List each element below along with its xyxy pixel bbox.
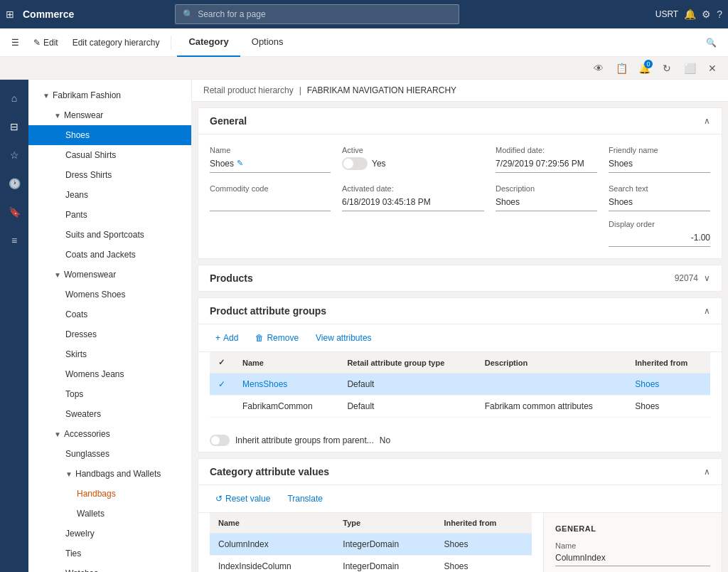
cat-attr-toolbar: ↺ Reset value Translate xyxy=(198,485,722,513)
inherit-toggle-switch[interactable] xyxy=(210,435,230,446)
share-icon[interactable]: 📋 xyxy=(611,58,631,78)
filter-icon[interactable]: ⊟ xyxy=(1,114,27,139)
active-label: Active xyxy=(342,146,484,154)
table-row[interactable]: ColumnIndex IntegerDomain Shoes xyxy=(210,534,532,556)
nav-item-sunglasses[interactable]: Sunglasses xyxy=(28,444,191,464)
attr-inherited-cell: Shoes xyxy=(626,396,710,418)
nav-item-womens-shoes[interactable]: Womens Shoes xyxy=(28,285,191,304)
attr-table-body: ✓ MensShoes Default Shoes FabrikamCommon… xyxy=(210,374,710,418)
nav-item-shoes[interactable]: Shoes xyxy=(28,125,191,145)
maximize-icon[interactable]: ⬜ xyxy=(680,58,700,78)
modified-field: Modified date: 7/29/2019 07:29:56 PM xyxy=(496,146,597,173)
nav-item-label: Suits and Sportcoats xyxy=(65,230,144,240)
nav-item-womens-jeans[interactable]: Womens Jeans xyxy=(28,364,191,384)
nav-item-sweaters[interactable]: Sweaters xyxy=(28,404,191,424)
nav-item-skirts[interactable]: Skirts xyxy=(28,344,191,364)
nav-item-handbags[interactable]: Handbags xyxy=(28,484,191,504)
refresh-icon[interactable]: ↻ xyxy=(657,58,677,78)
inherit-toggle-thumb xyxy=(211,436,220,445)
apps-grid-icon[interactable]: ⊞ xyxy=(6,9,14,20)
tab-category[interactable]: Category xyxy=(177,28,240,57)
arrow-icon: ▼ xyxy=(65,470,74,478)
attr-groups-header[interactable]: Product attribute groups ∧ xyxy=(198,298,722,324)
col-type: Retail attribute group type xyxy=(338,352,476,374)
nav-item-menswear[interactable]: ▼ Menswear xyxy=(28,105,191,125)
nav-item-label: Shoes xyxy=(65,130,90,140)
bell-icon[interactable]: 🔔 xyxy=(684,9,696,20)
history-icon[interactable]: 🕐 xyxy=(1,171,27,196)
tab-options[interactable]: Options xyxy=(240,28,295,57)
nav-item-womenswear[interactable]: ▼ Womenswear xyxy=(28,265,191,285)
nav-item-label: Handbags and Wallets xyxy=(75,469,161,479)
products-title: Products xyxy=(210,272,253,284)
general-section-header[interactable]: General ∧ xyxy=(198,108,722,134)
table-row[interactable]: IndexInsideColumn IntegerDomain Shoes xyxy=(210,556,532,573)
edit-button[interactable]: ✎ Edit xyxy=(28,35,64,51)
nav-item-wallets[interactable]: Wallets xyxy=(28,504,191,524)
star-icon[interactable]: ☆ xyxy=(1,142,27,168)
cat-attr-header[interactable]: Category attribute values ∧ xyxy=(198,459,722,485)
notification-icon[interactable]: 🔔 0 xyxy=(634,58,654,78)
attr-desc-cell: Fabrikam common attributes xyxy=(476,396,627,418)
nav-item-ties[interactable]: Ties xyxy=(28,544,191,563)
nav-item-watches[interactable]: Watches xyxy=(28,563,191,572)
table-row[interactable]: ✓ MensShoes Default Shoes xyxy=(210,374,710,396)
search-input[interactable] xyxy=(198,9,451,19)
nav-item-tops[interactable]: Tops xyxy=(28,384,191,404)
attr-table-container: ✓ Name Retail attribute group type Descr… xyxy=(198,352,722,429)
home-icon[interactable]: ⌂ xyxy=(1,85,27,111)
attr-desc-cell xyxy=(476,374,627,396)
attr-groups-title: Product attribute groups xyxy=(210,305,326,317)
nav-item-jeans[interactable]: Jeans xyxy=(28,185,191,205)
remove-button[interactable]: 🗑 Remove xyxy=(250,330,304,346)
name-field: Name Shoes ✎ xyxy=(210,146,331,173)
detail-name-field: Name ColumnIndex xyxy=(555,541,710,566)
nav-item-jewelry[interactable]: Jewelry xyxy=(28,524,191,544)
nav-item-suits[interactable]: Suits and Sportcoats xyxy=(28,225,191,245)
nav-item-pants[interactable]: Pants xyxy=(28,205,191,225)
bookmark-icon[interactable]: 🔖 xyxy=(1,199,27,225)
edit-category-button[interactable]: Edit category hierarchy xyxy=(67,35,166,51)
close-icon[interactable]: ✕ xyxy=(702,58,722,78)
arrow-icon: ▼ xyxy=(54,271,63,279)
search-text-value: Shoes xyxy=(609,196,710,211)
list-icon[interactable]: ≡ xyxy=(1,228,27,253)
products-section-header[interactable]: Products 92074 ∨ xyxy=(198,265,722,291)
plus-icon: + xyxy=(215,333,220,343)
attr-inherited-link[interactable]: Shoes xyxy=(635,379,659,389)
cat-attr-table-container: Name Type Inherited from ColumnIndex Int… xyxy=(198,513,544,572)
col-inherited: Inherited from xyxy=(435,513,532,534)
nav-item-dresses[interactable]: Dresses xyxy=(28,324,191,344)
view-attributes-button[interactable]: View attributes xyxy=(310,330,378,346)
detail-name-label: Name xyxy=(555,541,710,550)
add-button[interactable]: + Add xyxy=(210,330,244,346)
check-icon: ✓ xyxy=(218,379,225,389)
nav-item-accessories[interactable]: ▼ Accessories xyxy=(28,424,191,444)
view-icon[interactable]: 👁 xyxy=(589,58,609,78)
nav-item-coats-jackets[interactable]: Coats and Jackets xyxy=(28,245,191,265)
cmd-search-icon[interactable]: 🔍 xyxy=(700,35,722,51)
main-content: Retail product hierarchy | FABRIKAM NAVI… xyxy=(192,80,728,572)
nav-item-handbags-wallets[interactable]: ▼ Handbags and Wallets xyxy=(28,464,191,484)
gear-icon[interactable]: ⚙ xyxy=(702,9,711,20)
attr-name-link[interactable]: MensShoes xyxy=(242,379,287,389)
hamburger-button[interactable]: ☰ xyxy=(6,35,25,51)
reset-value-button[interactable]: ↺ Reset value xyxy=(210,491,276,507)
general-section: General ∧ Name Shoes ✎ Active xyxy=(198,107,722,259)
tab-group: Category Options xyxy=(177,28,294,57)
active-toggle-switch[interactable] xyxy=(342,157,368,170)
nav-item-dress-shirts[interactable]: Dress Shirts xyxy=(28,165,191,185)
secondary-toolbar: 👁 📋 🔔 0 ↻ ⬜ ✕ xyxy=(0,57,728,80)
translate-button[interactable]: Translate xyxy=(282,491,328,507)
table-row[interactable]: FabrikamCommon Default Fabrikam common a… xyxy=(210,396,710,418)
nav-item-label: Fabrikam Fashion xyxy=(53,90,121,100)
active-toggle: Yes xyxy=(342,157,484,170)
global-search-box[interactable]: 🔍 xyxy=(175,4,459,24)
nav-item-coats[interactable]: Coats xyxy=(28,304,191,324)
nav-item-label: Menswear xyxy=(64,110,103,120)
name-edit-icon[interactable]: ✎ xyxy=(237,159,243,168)
commodity-value xyxy=(210,196,331,211)
nav-item-casual-shirts[interactable]: Casual Shirts xyxy=(28,145,191,165)
help-icon[interactable]: ? xyxy=(717,9,722,20)
nav-item-root[interactable]: ▼ Fabrikam Fashion xyxy=(28,85,191,105)
